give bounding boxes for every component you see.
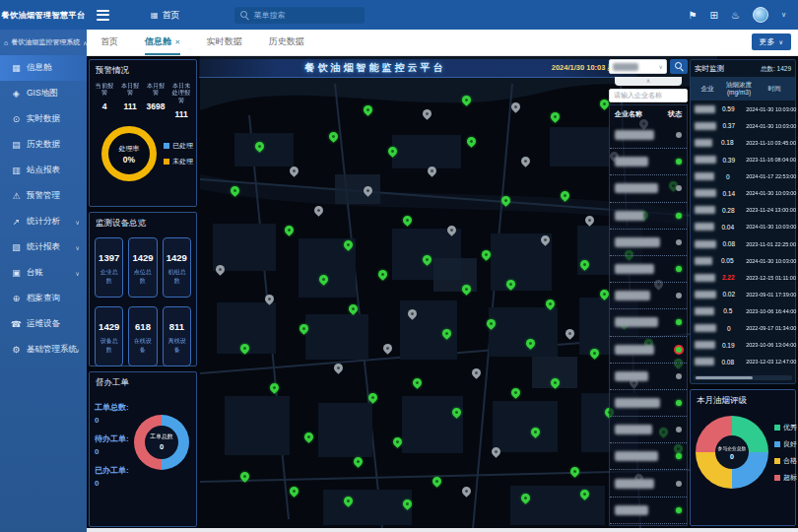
company-search-button[interactable] [670, 59, 688, 74]
sidebar-item-8[interactable]: ▣台账∨ [0, 260, 87, 286]
tab-1[interactable]: 信息舱× [145, 30, 180, 55]
sidebar-item-11[interactable]: ⚙基础管理系统∨ [0, 337, 87, 363]
warning-stat-label: 当前报警 [94, 83, 114, 98]
company-list-row-13[interactable] [610, 470, 687, 497]
close-icon[interactable]: × [175, 37, 180, 46]
device-stat-label: 机组总数 [166, 269, 188, 286]
reading-time: 2023-12-03 12:47:00 [746, 359, 793, 365]
sidebar-item-label: 基础管理系统 [27, 344, 77, 356]
device-stat-value: 1429 [164, 252, 190, 263]
monthly-rating-panel: 本月油烟评级 参与企业总数 0 优秀良好合格超标 [690, 389, 796, 526]
tab-0[interactable]: 首页 [100, 30, 118, 55]
company-name-column: 企业名称 [615, 109, 642, 119]
legend-label: 超标 [783, 473, 797, 483]
search-icon [240, 11, 249, 20]
company-list-row-5[interactable] [610, 256, 687, 283]
redacted-company-name [695, 223, 714, 231]
concentration-value: 0.08 [714, 359, 742, 366]
more-button[interactable]: 更多 ∨ [752, 33, 791, 50]
nav-home-link[interactable]: ▦ 首页 [151, 9, 180, 22]
legend-label: 优秀 [783, 423, 797, 432]
company-list-row-1[interactable] [610, 149, 687, 175]
redacted-company-name [615, 211, 644, 221]
company-list-row-2[interactable] [610, 175, 687, 202]
device-stat-label: 离线设备 [166, 338, 188, 355]
company-status-dot [676, 185, 682, 191]
realtime-row-7[interactable]: 0.042024-01-30 10:03:00 [691, 219, 795, 235]
scrollbar-thumb[interactable] [696, 376, 753, 379]
realtime-row-15[interactable]: 0.082023-12-03 12:47:00 [691, 354, 795, 370]
collapse-toggle[interactable]: ∧ [615, 77, 682, 86]
company-list-row-6[interactable] [610, 283, 687, 309]
realtime-row-10[interactable]: 2.222023-12-15 01:11:00 [691, 269, 795, 286]
company-list-row-7[interactable] [610, 309, 687, 336]
tab-3[interactable]: 历史数据 [269, 30, 304, 55]
sidebar-item-2[interactable]: ⊙实时数据 [0, 106, 87, 132]
sidebar-item-1[interactable]: ◈GIS地图 [0, 81, 87, 106]
realtime-row-13[interactable]: 02022-09-17 01:34:00 [691, 319, 795, 336]
gauge-label: 处理率 [119, 144, 140, 154]
realtime-row-3[interactable]: 0.392023-11-16 08:04:00 [691, 152, 795, 168]
company-list-row-11[interactable] [610, 417, 687, 443]
reading-time: 2023-11-24 13:00:00 [746, 208, 793, 214]
concentration-value: 0.18 [712, 139, 742, 146]
workorder-donut-chart: 工单总数 0 [134, 415, 189, 470]
realtime-row-9[interactable]: 0.052024-01-30 10:03:00 [691, 252, 795, 269]
archive-search-icon: ⊕ [11, 294, 22, 303]
company-filter-select[interactable]: ∨ [609, 59, 667, 74]
realtime-row-12[interactable]: 0.52023-10-06 16:44:00 [691, 302, 795, 319]
dashboard-banner: 餐饮油烟智能监控云平台 2024/1/30 10:03 星期二 [199, 59, 636, 78]
menu-search-input[interactable]: 菜单搜索 [234, 7, 365, 24]
company-list-row-0[interactable] [610, 122, 687, 149]
sidebar-group-label: 餐饮油烟监控管理系统 [11, 37, 80, 47]
sidebar-item-6[interactable]: ↗统计分析∨ [0, 209, 87, 234]
company-list-row-3[interactable] [610, 203, 687, 230]
company-list-row-14[interactable] [610, 498, 687, 524]
apps-grid-icon[interactable]: ⊞ [710, 10, 718, 21]
workorder-value-1: 0 [95, 447, 129, 456]
realtime-row-6[interactable]: 0.282023-11-24 13:00:00 [691, 202, 795, 219]
device-stat-value: 811 [164, 321, 190, 332]
hamburger-menu-icon[interactable] [97, 10, 109, 21]
chevron-down-icon: ∨ [76, 347, 80, 354]
sidebar-item-0[interactable]: ▦信息舱 [0, 55, 87, 81]
user-menu-chevron-down-icon[interactable]: ∨ [781, 11, 786, 19]
company-list-row-8[interactable] [610, 337, 687, 364]
concentration-value: 0.14 [716, 190, 742, 197]
concentration-value: 0.19 [715, 342, 742, 349]
warning-panel-title: 预警情况 [90, 60, 196, 80]
sidebar-item-10[interactable]: ☎运维设备 [0, 311, 87, 337]
realtime-row-14[interactable]: 0.192023-10-06 13:04:00 [691, 337, 795, 354]
company-status-dot [676, 213, 682, 219]
sidebar-item-5[interactable]: ⚠预警管理 [0, 183, 87, 209]
concentration-value: 0.04 [714, 224, 742, 231]
tab-2[interactable]: 实时数据 [207, 30, 242, 55]
company-list-row-10[interactable] [610, 390, 687, 417]
redacted-company-name [695, 105, 715, 113]
user-avatar[interactable] [753, 7, 768, 23]
realtime-row-8[interactable]: 0.082023-11-01 22:25:00 [691, 235, 795, 252]
realtime-row-1[interactable]: 0.372024-01-30 10:03:00 [691, 117, 795, 134]
company-list-row-12[interactable] [610, 443, 687, 470]
flame-icon[interactable]: ♨ [731, 10, 740, 21]
company-name-input[interactable]: 请输入企业名称 [609, 89, 688, 102]
flag-icon[interactable]: ⚑ [689, 10, 698, 21]
navbar-actions: ⚑ ⊞ ♨ ∨ [689, 7, 798, 23]
company-list: 企业名称 状态 [609, 104, 688, 526]
company-list-row-9[interactable] [610, 364, 687, 390]
realtime-row-11[interactable]: 0.022023-09-01 17:39:00 [691, 286, 795, 302]
realtime-row-5[interactable]: 0.142024-01-30 10:03:00 [691, 185, 795, 202]
horizontal-scrollbar[interactable] [694, 375, 792, 380]
realtime-row-0[interactable]: 0.592024-01-30 10:03:00 [691, 100, 795, 117]
device-stat-card-0: 1397企业总数 [95, 237, 123, 298]
sidebar-item-4[interactable]: ▥站点报表 [0, 158, 87, 183]
sidebar-item-3[interactable]: ▤历史数据 [0, 132, 87, 158]
realtime-row-2[interactable]: 0.182023-11-10 03:45:00 [691, 134, 795, 151]
sidebar-item-9[interactable]: ⊕档案查询 [0, 286, 87, 311]
workorder-label-1: 待办工单: [95, 433, 129, 444]
company-list-row-4[interactable] [610, 230, 687, 256]
sidebar-group-header[interactable]: ⌂ 餐饮油烟监控管理系统 ∧ [0, 30, 87, 55]
realtime-row-4[interactable]: 02024-01-17 22:53:00 [691, 168, 795, 185]
sidebar-item-7[interactable]: ▧统计报表∨ [0, 234, 87, 260]
page-scrollbar-track[interactable] [87, 528, 798, 532]
